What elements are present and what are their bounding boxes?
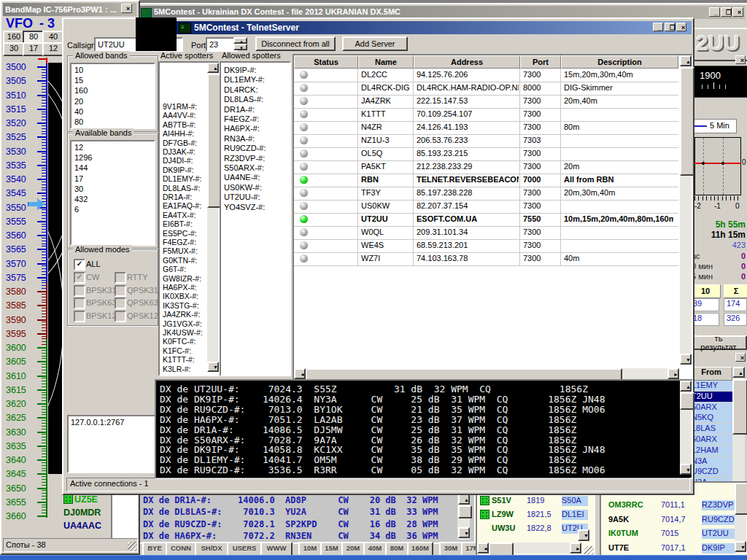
list-item[interactable]: 432 bbox=[74, 195, 88, 203]
scroll-down-icon[interactable]: ▼ bbox=[458, 527, 470, 538]
mode-checkbox-bpsk31[interactable] bbox=[74, 285, 85, 297]
cluster-button-30m[interactable]: 30M bbox=[439, 542, 462, 556]
allowed-spotters-list[interactable]: DK9IP-#:DL1EMY-#:DL4RCK:DL8LAS-#:DR1A-#:… bbox=[220, 61, 291, 376]
list-item[interactable]: DF7GB-#: bbox=[163, 139, 197, 147]
bandmap-close-button[interactable]: × bbox=[121, 4, 132, 13]
telnet-terminal[interactable]: DX de UT2UU-#: 7024.3 S55Z 31 dB 32 WPM … bbox=[155, 379, 693, 479]
list-item[interactable]: YO4SVZ-#: bbox=[224, 203, 265, 211]
active-spotters-scrollbar[interactable]: ▲ ▼ bbox=[207, 63, 218, 372]
mult-call[interactable]: UW3U bbox=[492, 524, 515, 532]
table-row[interactable]: TF3Y85.197.238.228730020m,30m,40m bbox=[294, 187, 678, 201]
scroll-left-icon[interactable]: ◄ bbox=[294, 368, 306, 379]
from-list-item[interactable]: N5KQ bbox=[690, 413, 732, 423]
mult-call[interactable]: S51V bbox=[492, 496, 511, 505]
list-item[interactable]: 12 bbox=[74, 143, 83, 152]
list-item[interactable]: UT2UU-#: bbox=[224, 192, 260, 201]
column-header-address[interactable]: Address bbox=[414, 55, 520, 69]
list-item[interactable]: HA6PX-#: bbox=[224, 124, 260, 133]
list-item[interactable]: 144 bbox=[74, 163, 88, 172]
local-address-box[interactable]: 127.0.0.1:2767 bbox=[67, 415, 156, 473]
from-list-item[interactable]: L2HAM bbox=[690, 446, 732, 456]
cluster-button-40m[interactable]: 40M bbox=[363, 542, 387, 556]
list-item[interactable]: 1296 bbox=[74, 153, 92, 162]
list-item[interactable]: JA4ZRK-#: bbox=[163, 310, 200, 319]
active-spotters-list[interactable]: 9V1RM-#:AA4VV-#:AB7TB-#:AI4HH-#:DF7GB-#:… bbox=[158, 61, 220, 376]
list-item[interactable]: 17 bbox=[74, 174, 83, 183]
list-item[interactable]: JG1VGX-#: bbox=[163, 319, 202, 328]
terminal-thumb[interactable] bbox=[680, 392, 694, 410]
list-item[interactable]: HA6PX-#: bbox=[163, 283, 197, 292]
list-item[interactable]: K3LR-#: bbox=[163, 365, 191, 373]
from-scrollbar[interactable]: ▲ bbox=[732, 367, 745, 483]
show-result-button[interactable]: ть результат bbox=[690, 335, 747, 350]
server-table-hscrollbar[interactable]: ◄ ► bbox=[294, 368, 678, 379]
scroll-right-icon[interactable]: ► bbox=[570, 542, 581, 553]
list-item[interactable]: RU9CZD-#: bbox=[224, 144, 266, 152]
table-row[interactable]: DL2CC94.125.76.206730015m,20m,30m,40m bbox=[294, 69, 678, 82]
list-item[interactable]: IK3STG-#: bbox=[163, 301, 199, 310]
scroll-up-icon[interactable]: ▲ bbox=[458, 494, 470, 505]
list-item[interactable]: DK9IP-#: bbox=[224, 66, 257, 74]
list-item[interactable]: 20 bbox=[74, 97, 83, 106]
from-list-item[interactable]: 50ARX bbox=[690, 435, 732, 445]
mode-checkbox-bpsk63[interactable] bbox=[74, 298, 85, 309]
scroll-up-icon[interactable]: ▲ bbox=[680, 55, 692, 66]
cluster-button-160m[interactable]: 160M bbox=[407, 542, 433, 556]
table-row[interactable]: WE4S68.59.213.2017300 bbox=[294, 239, 678, 253]
list-item[interactable]: S50ARX-#: bbox=[224, 163, 264, 172]
list-item[interactable]: G6T-#: bbox=[163, 265, 186, 273]
cluster-button-10m[interactable]: 10M bbox=[298, 542, 322, 556]
list-item[interactable]: F4EGZ-#: bbox=[224, 114, 259, 123]
list-item[interactable]: DL8LAS-#: bbox=[224, 95, 263, 104]
list-item[interactable]: DK9IP-#: bbox=[163, 166, 194, 174]
from-list-item[interactable]: U9CZD bbox=[690, 467, 732, 477]
list-item[interactable]: RZ3DVP-#: bbox=[224, 154, 265, 163]
from-scrollbar-thumb[interactable] bbox=[732, 379, 747, 435]
mult-call[interactable]: LZ9W bbox=[492, 510, 514, 518]
band-scrollbar-thumb[interactable] bbox=[735, 483, 747, 515]
cluster-button-www[interactable]: WWW bbox=[260, 542, 293, 556]
list-item[interactable]: DJ4DI-#: bbox=[163, 156, 193, 165]
list-item[interactable]: RN3A-#: bbox=[224, 134, 255, 143]
scroll-up-icon[interactable]: ▲ bbox=[207, 63, 219, 73]
mode-checkbox-rtty[interactable] bbox=[115, 272, 126, 284]
mode-checkbox-bpsk125[interactable] bbox=[74, 311, 85, 322]
list-item[interactable]: DR1A-#: bbox=[224, 105, 255, 114]
port-spin-down-icon[interactable]: ▼ bbox=[233, 44, 247, 50]
scroll-right-icon[interactable]: ► bbox=[667, 368, 679, 379]
dx-spot-line[interactable]: DX de DL8LAS-#: 7010.3 YU2A CW 31 dB 33 … bbox=[143, 507, 438, 517]
list-item[interactable]: AI4HH-#: bbox=[163, 129, 194, 138]
column-header-description[interactable]: Description bbox=[561, 55, 678, 69]
list-item[interactable]: EA4TX-#: bbox=[163, 211, 196, 219]
clock-panel-close-button[interactable]: × bbox=[735, 55, 746, 64]
column-header-port[interactable]: Port bbox=[520, 55, 561, 69]
table-row[interactable]: JA4ZRK222.15.147.53730020m,40m bbox=[294, 95, 678, 109]
cluster-button-bye[interactable]: BYE bbox=[142, 542, 167, 556]
cluster-button-sh-dx[interactable]: SH/DX bbox=[195, 542, 228, 556]
scroll-up-icon[interactable]: ▲ bbox=[680, 381, 692, 392]
scroll-down-icon[interactable]: ▼ bbox=[680, 464, 692, 475]
available-bands-list[interactable]: 12129614417304326 bbox=[70, 140, 155, 246]
list-item[interactable]: 10 bbox=[74, 66, 83, 74]
list-item[interactable]: K1TTT-#: bbox=[163, 355, 195, 364]
list-item[interactable]: G0KTN-#: bbox=[163, 256, 197, 265]
list-item[interactable]: 15 bbox=[74, 76, 83, 85]
column-header-status[interactable]: Status bbox=[294, 55, 358, 69]
list-item[interactable]: 40 bbox=[74, 107, 83, 116]
list-item[interactable]: F4EGZ-#: bbox=[163, 238, 196, 246]
dx-spots-scrollbar[interactable]: ▲ ▼ bbox=[457, 493, 470, 540]
list-item[interactable]: UA4NE-#: bbox=[224, 173, 260, 182]
table-row[interactable]: RBNTELNET.REVERSEBEACON.NET7000All from … bbox=[294, 174, 678, 187]
from-list-item[interactable]: L8LAS bbox=[690, 424, 732, 434]
main-maximize-button[interactable]: ❐ bbox=[721, 7, 732, 17]
from-list-item[interactable]: N3A bbox=[690, 456, 732, 467]
list-item[interactable]: 160 bbox=[74, 86, 88, 95]
cluster-button-15m[interactable]: 15M bbox=[320, 542, 343, 556]
table-row[interactable]: WZ7I74.103.163.78730040m bbox=[294, 252, 678, 266]
cluster-button-users[interactable]: USERS bbox=[227, 542, 262, 556]
add-server-button[interactable]: Add Server bbox=[342, 36, 408, 51]
scroll-down-icon[interactable]: ▼ bbox=[680, 354, 692, 365]
list-item[interactable]: K1FC-#: bbox=[163, 346, 191, 355]
port-spin-up-icon[interactable]: ▲ bbox=[233, 37, 247, 44]
scroll-up-icon[interactable]: ▲ bbox=[732, 367, 745, 378]
